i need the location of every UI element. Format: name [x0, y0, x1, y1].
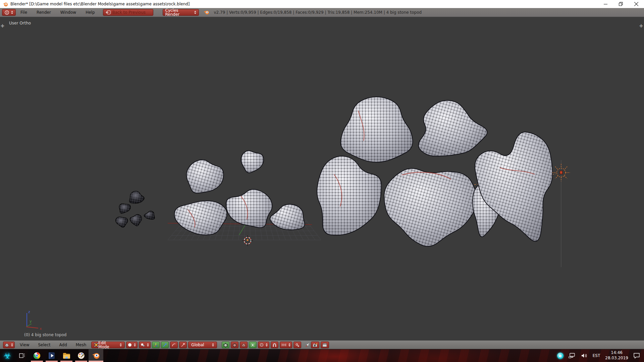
- transform-orientation-select[interactable]: Global: [188, 342, 217, 348]
- media-player-icon: [48, 352, 55, 359]
- rock-meshes: [116, 97, 552, 246]
- taskbar-blender-active[interactable]: [89, 349, 103, 362]
- region-expand-plus-icon[interactable]: ✚: [1, 23, 4, 28]
- 3d-view-header: View Select Add Mesh Edit Mode Global: [0, 341, 644, 349]
- running-indicator: [46, 361, 58, 362]
- 3d-cursor[interactable]: [242, 235, 253, 246]
- snap-increment-icon: [281, 343, 286, 347]
- axis-z-label: z: [28, 310, 30, 314]
- menu-help[interactable]: Help: [81, 10, 99, 15]
- task-view-icon: [19, 352, 25, 359]
- running-indicator: [60, 361, 72, 362]
- small-rock-mesh[interactable]: [116, 217, 128, 227]
- paint-palette-icon: [77, 352, 85, 359]
- windows-taskbar: ☣ e EST 14:46 28.03.2019: [0, 349, 644, 362]
- rock-mesh[interactable]: [186, 160, 224, 193]
- taskbar-chrome[interactable]: [30, 349, 44, 362]
- rock-mesh[interactable]: [226, 189, 272, 228]
- rock-mesh[interactable]: [174, 201, 227, 235]
- rock-mesh[interactable]: [418, 101, 487, 156]
- volume-icon[interactable]: [581, 353, 588, 358]
- taskbar-media-player[interactable]: [44, 349, 59, 362]
- info-editor-header: File Render Window Help Back to Previous…: [0, 8, 644, 17]
- properties-expand-plus-icon[interactable]: ✚: [639, 23, 643, 28]
- 3d-viewport[interactable]: User Ortho ✚ ✚ (0) 4 big stone topod z y…: [0, 17, 644, 341]
- snap-toggle-button[interactable]: [271, 342, 278, 348]
- window-title: Blender* [D:\Game model files etc\Blende…: [10, 2, 190, 6]
- language-indicator[interactable]: EST: [593, 353, 600, 358]
- limit-to-visible-button[interactable]: [249, 342, 257, 348]
- menu-mesh[interactable]: Mesh: [72, 343, 91, 347]
- taskbar-clock[interactable]: 14:46 28.03.2019: [605, 350, 628, 361]
- menu-window[interactable]: Window: [56, 10, 81, 15]
- proportional-circle-icon: [260, 343, 264, 347]
- restore-button[interactable]: [613, 0, 629, 8]
- menu-select[interactable]: Select: [34, 343, 54, 347]
- edge-select-mode-button[interactable]: [231, 342, 238, 348]
- snap-element-select[interactable]: [280, 342, 292, 348]
- rotate-arc-icon: [172, 343, 176, 347]
- start-button[interactable]: ☣: [0, 349, 15, 362]
- render-engine-select[interactable]: Cycles Render: [163, 9, 199, 16]
- mini-axis-gizmo: z y x: [17, 309, 48, 331]
- action-center-icon[interactable]: [633, 353, 640, 359]
- editor-type-selector[interactable]: [3, 342, 15, 348]
- translate-manipulator-button[interactable]: [161, 342, 169, 348]
- shading-sphere-icon: [128, 343, 132, 347]
- clock-date: 28.03.2019: [605, 356, 628, 361]
- task-view-button[interactable]: [15, 349, 30, 362]
- proportional-edit-select[interactable]: [258, 342, 269, 348]
- running-indicator: [75, 361, 87, 362]
- scale-manipulator-button[interactable]: [179, 342, 187, 348]
- close-button[interactable]: [629, 0, 644, 8]
- pivot-icon: [141, 343, 145, 347]
- small-rock-mesh[interactable]: [130, 215, 142, 226]
- menu-file[interactable]: File: [16, 10, 32, 15]
- editor-type-selector[interactable]: [2, 9, 16, 16]
- translate-arrow-icon: [163, 343, 167, 347]
- rotate-manipulator-button[interactable]: [170, 342, 178, 348]
- rock-mesh[interactable]: [384, 168, 477, 246]
- system-tray: e EST 14:46 28.03.2019: [557, 350, 644, 361]
- scale-icon: [181, 343, 185, 347]
- opengl-render-image-button[interactable]: [311, 342, 319, 348]
- axes-icon: [154, 343, 158, 347]
- menu-view[interactable]: View: [16, 343, 33, 347]
- small-rock-mesh[interactable]: [144, 211, 155, 220]
- render-border-icon[interactable]: [305, 343, 310, 348]
- clapperboard-icon: [322, 343, 327, 347]
- snap-target-button[interactable]: [293, 342, 301, 348]
- mode-select[interactable]: Edit Mode: [91, 342, 125, 348]
- vertex-select-mode-button[interactable]: [222, 342, 229, 348]
- view-name-label: User Ortho: [9, 21, 31, 25]
- viewport-scene: [0, 17, 644, 341]
- menu-add[interactable]: Add: [55, 343, 71, 347]
- 3d-view-editor-icon: [5, 343, 9, 347]
- pivot-point-select[interactable]: [139, 342, 151, 348]
- viewport-shading-select[interactable]: [126, 342, 138, 348]
- scene-statistics: v2.79 | Verts:0/9,959 | Edges:0/19,858 |…: [214, 10, 422, 15]
- face-mode-icon: [241, 343, 246, 347]
- small-rock-mesh[interactable]: [119, 204, 130, 214]
- minimize-button[interactable]: [598, 0, 613, 8]
- rock-mesh[interactable]: [341, 97, 413, 162]
- manipulator-toggle[interactable]: [152, 342, 160, 348]
- running-indicator: [89, 361, 103, 362]
- taskbar-paint-app[interactable]: [74, 349, 89, 362]
- running-indicator: [31, 361, 43, 362]
- network-icon[interactable]: [569, 353, 576, 359]
- active-object-label: (0) 4 big stone topod: [24, 333, 66, 337]
- face-select-mode-button[interactable]: [240, 342, 248, 348]
- eset-antivirus-icon[interactable]: e: [557, 353, 564, 359]
- file-explorer-icon: [63, 353, 70, 359]
- axis-y-label: y: [30, 319, 32, 323]
- rock-mesh[interactable]: [241, 150, 264, 173]
- selector-arrows-icon: [134, 343, 136, 347]
- opengl-render-animation-button[interactable]: [321, 342, 329, 348]
- small-rock-mesh[interactable]: [129, 191, 144, 203]
- selector-arrows-icon: [288, 343, 290, 347]
- back-to-previous-button[interactable]: Back to Previous: [103, 9, 153, 16]
- taskbar-file-explorer[interactable]: [59, 349, 74, 362]
- menu-render[interactable]: Render: [32, 10, 56, 15]
- rock-mesh[interactable]: [317, 156, 381, 235]
